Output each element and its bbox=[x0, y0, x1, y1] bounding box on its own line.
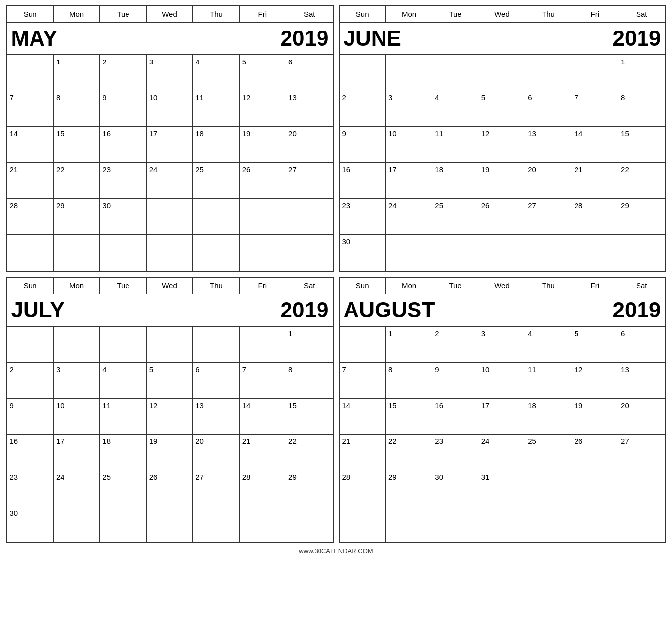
day-name-tue: Tue bbox=[432, 6, 479, 22]
cell-w2-d3: 17 bbox=[479, 399, 525, 434]
cell-w1-d2: 4 bbox=[100, 363, 146, 398]
day-name-sat: Sat bbox=[618, 278, 665, 294]
year-label: 2019 bbox=[281, 28, 329, 49]
calendar-title-row: JUNE2019 bbox=[340, 23, 665, 55]
cell-w4-d2: 25 bbox=[100, 470, 146, 506]
cell-w1-d0: 7 bbox=[7, 91, 54, 126]
cell-w2-d0: 14 bbox=[7, 127, 54, 162]
cell-w1-d1: 3 bbox=[54, 363, 100, 398]
day-name-thu: Thu bbox=[193, 278, 239, 294]
day-name-sat: Sat bbox=[286, 6, 332, 22]
cell-w0-d5 bbox=[240, 327, 286, 362]
cell-w5-d2 bbox=[100, 506, 146, 542]
cell-w5-d4 bbox=[193, 235, 239, 271]
cell-w0-d4 bbox=[193, 327, 239, 362]
cell-w3-d6: 22 bbox=[618, 163, 665, 198]
cell-w4-d4: 27 bbox=[193, 470, 239, 506]
cell-w5-d0: 30 bbox=[7, 506, 54, 542]
cell-w2-d4: 13 bbox=[193, 399, 239, 434]
day-names-row: SunMonTueWedThuFriSat bbox=[340, 278, 665, 294]
week-1: 78910111213 bbox=[7, 91, 333, 127]
calendar-title-row: MAY2019 bbox=[7, 23, 333, 55]
cell-w2-d1: 10 bbox=[54, 399, 100, 434]
cell-w3-d0: 16 bbox=[340, 163, 386, 198]
day-name-sun: Sun bbox=[7, 278, 54, 294]
cell-w1-d4: 6 bbox=[525, 91, 572, 126]
cell-w1-d0: 7 bbox=[340, 363, 386, 398]
cell-w1-d6: 8 bbox=[618, 91, 665, 126]
day-name-thu: Thu bbox=[525, 278, 572, 294]
cell-w4-d1: 24 bbox=[386, 199, 432, 234]
day-name-sat: Sat bbox=[286, 278, 332, 294]
cell-w4-d5 bbox=[240, 199, 286, 234]
cell-w4-d2: 30 bbox=[100, 199, 146, 234]
cell-w3-d5: 21 bbox=[572, 163, 618, 198]
cell-w3-d3: 19 bbox=[479, 163, 525, 198]
week-5 bbox=[340, 506, 665, 542]
cell-w2-d1: 15 bbox=[386, 399, 432, 434]
day-name-sun: Sun bbox=[340, 278, 386, 294]
cell-w2-d3: 12 bbox=[479, 127, 525, 162]
cell-w4-d6 bbox=[618, 470, 665, 506]
cell-w5-d3 bbox=[147, 235, 193, 271]
cell-w1-d3: 10 bbox=[479, 363, 525, 398]
month-name: JUNE bbox=[344, 28, 401, 49]
cell-w1-d1: 3 bbox=[386, 91, 432, 126]
cell-w0-d6: 6 bbox=[286, 55, 332, 91]
cell-w1-d5: 12 bbox=[240, 91, 286, 126]
cell-w1-d0: 2 bbox=[340, 91, 386, 126]
week-2: 14151617181920 bbox=[340, 399, 665, 435]
cell-w1-d3: 5 bbox=[147, 363, 193, 398]
cell-w5-d3 bbox=[147, 506, 193, 542]
day-name-sun: Sun bbox=[7, 6, 54, 22]
cell-w1-d5: 7 bbox=[240, 363, 286, 398]
cell-w2-d6: 15 bbox=[286, 399, 332, 434]
cell-w4-d3 bbox=[147, 199, 193, 234]
week-1: 2345678 bbox=[340, 91, 665, 127]
month-name: JULY bbox=[11, 299, 64, 321]
week-3: 21222324252627 bbox=[340, 435, 665, 470]
cell-w2-d2: 11 bbox=[100, 399, 146, 434]
cell-w0-d3: 3 bbox=[147, 55, 193, 91]
cell-w0-d1: 1 bbox=[386, 327, 432, 362]
day-name-fri: Fri bbox=[572, 278, 618, 294]
cell-w4-d6: 29 bbox=[618, 199, 665, 234]
cell-w0-d1 bbox=[54, 327, 100, 362]
cell-w4-d5: 28 bbox=[572, 199, 618, 234]
cell-w2-d0: 9 bbox=[340, 127, 386, 162]
cell-w5-d4 bbox=[193, 506, 239, 542]
cell-w5-d5 bbox=[240, 506, 286, 542]
week-0: 123456 bbox=[7, 55, 333, 91]
week-4: 28293031 bbox=[340, 470, 665, 506]
week-0: 123456 bbox=[340, 327, 665, 363]
cell-w5-d1 bbox=[386, 235, 432, 271]
cell-w5-d6 bbox=[618, 506, 665, 542]
cell-w3-d6: 27 bbox=[618, 435, 665, 470]
cell-w5-d2 bbox=[432, 506, 479, 542]
day-names-row: SunMonTueWedThuFriSat bbox=[7, 6, 333, 23]
cell-w4-d6 bbox=[286, 199, 332, 234]
cell-w1-d6: 8 bbox=[286, 363, 332, 398]
cell-w4-d5: 28 bbox=[240, 470, 286, 506]
week-5: 30 bbox=[7, 506, 333, 542]
day-name-sat: Sat bbox=[618, 6, 665, 22]
cell-w3-d1: 22 bbox=[386, 435, 432, 470]
day-names-row: SunMonTueWedThuFriSat bbox=[7, 278, 333, 294]
month-name: AUGUST bbox=[344, 299, 435, 321]
cell-w3-d3: 24 bbox=[147, 163, 193, 198]
cell-w0-d0 bbox=[340, 55, 386, 91]
cell-w2-d4: 13 bbox=[525, 127, 572, 162]
cell-w5-d5 bbox=[240, 235, 286, 271]
day-name-fri: Fri bbox=[572, 6, 618, 22]
cell-w1-d4: 11 bbox=[193, 91, 239, 126]
cell-w2-d6: 15 bbox=[618, 127, 665, 162]
cell-w4-d5 bbox=[572, 470, 618, 506]
day-name-mon: Mon bbox=[386, 6, 432, 22]
cell-w0-d1: 1 bbox=[54, 55, 100, 91]
cell-w0-d3 bbox=[147, 327, 193, 362]
cell-w2-d0: 14 bbox=[340, 399, 386, 434]
cell-w0-d4: 4 bbox=[525, 327, 572, 362]
calendar-title-row: AUGUST2019 bbox=[340, 294, 665, 327]
cell-w0-d6: 1 bbox=[618, 55, 665, 91]
cell-w2-d0: 9 bbox=[7, 399, 54, 434]
